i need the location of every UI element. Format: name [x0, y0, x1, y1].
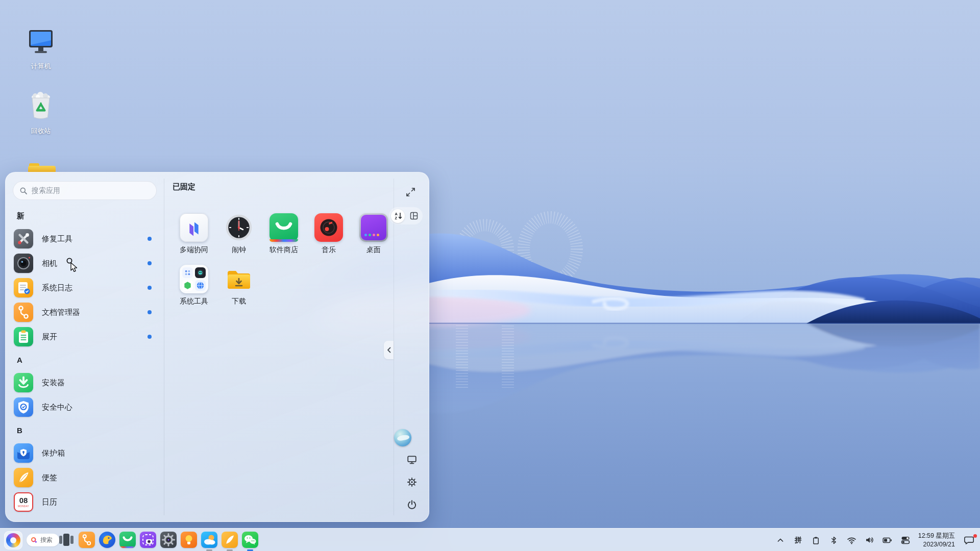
app-row-camera[interactable]: 相机 — [6, 251, 164, 276]
tray-expand-icon — [776, 536, 785, 544]
pinned-app-system-tools[interactable]: 系统工具 — [172, 265, 216, 306]
taskbar-app-sticky-notes[interactable] — [221, 531, 238, 549]
wifi-icon — [847, 536, 856, 544]
taskbar-app-app-store[interactable] — [119, 531, 136, 549]
system-tray: 拼 — [775, 529, 976, 551]
alarm-clock-icon — [225, 213, 253, 242]
pinned-app-label: 桌面 — [351, 245, 396, 255]
calendar-icon: 08 MONDAY — [14, 492, 33, 512]
battery-icon — [883, 537, 892, 544]
clipboard-icon — [812, 536, 820, 545]
taskbar-clock[interactable]: 12:59 星期五 2023/09/21 — [918, 532, 955, 549]
input-method-indicator[interactable]: 拼 — [793, 534, 803, 546]
app-store-icon — [270, 213, 298, 242]
section-header-b: B — [6, 419, 164, 441]
pinned-section-title: 已固定 — [173, 182, 195, 192]
app-row-expand[interactable]: 展开 — [6, 324, 164, 349]
taskbar-app-document-manager[interactable] — [78, 531, 95, 549]
pinned-app-desktop[interactable]: 桌面 — [351, 213, 396, 255]
desktop-icon-computer[interactable]: 计算机 — [17, 28, 64, 71]
system-log-icon — [14, 278, 33, 297]
app-label: 系统日志 — [42, 283, 72, 293]
app-label: 安全中心 — [42, 403, 72, 412]
app-row-sticky-notes[interactable]: 便签 — [6, 465, 164, 490]
bluetooth-icon — [830, 536, 838, 545]
notification-center-button[interactable] — [963, 534, 976, 546]
display-switch-button[interactable] — [405, 453, 419, 467]
app-label: 安装器 — [42, 378, 65, 388]
taskbar-search-button[interactable]: 搜索 — [27, 534, 59, 546]
app-label: 便签 — [42, 473, 57, 483]
calendar-day: 08 — [19, 496, 28, 504]
pinned-app-app-store[interactable]: 软件商店 — [261, 213, 306, 255]
app-label: 修复工具 — [42, 234, 72, 244]
collapse-chevron-icon — [386, 346, 392, 354]
settings-button[interactable] — [405, 475, 419, 489]
music-icon — [314, 213, 343, 242]
screenshot-tool-icon — [140, 532, 156, 548]
search-placeholder: 搜索应用 — [32, 186, 60, 195]
app-row-system-log[interactable]: 系统日志 — [6, 276, 164, 300]
pinned-app-music[interactable]: 音乐 — [306, 213, 351, 255]
taskbar-app-tips[interactable] — [180, 531, 197, 549]
taskbar-app-settings[interactable] — [160, 531, 177, 549]
wifi-tray-button[interactable] — [847, 534, 857, 546]
mouse-cursor — [65, 257, 80, 275]
pinned-app-multi-device[interactable]: 多端协同 — [172, 213, 216, 255]
document-manager-icon — [79, 532, 95, 548]
clipboard-tray-button[interactable] — [811, 534, 821, 546]
app-label: 保护箱 — [42, 448, 65, 458]
document-manager-icon — [14, 303, 33, 322]
search-icon — [31, 537, 38, 544]
launcher-panel: 搜索应用 A Z 新 修复工具 — [5, 172, 429, 522]
wechat-icon — [242, 532, 258, 548]
clock-time: 12:59 星期五 — [918, 532, 955, 540]
app-label: 相机 — [42, 259, 57, 268]
settings-gear-icon — [407, 477, 417, 487]
search-icon — [19, 187, 28, 195]
battery-tray-button[interactable] — [883, 534, 893, 546]
pinned-app-downloads[interactable]: 下载 — [216, 265, 261, 306]
pinned-app-label: 下载 — [216, 297, 261, 306]
system-settings-icon — [160, 532, 177, 548]
volume-tray-button[interactable] — [865, 534, 875, 546]
desktop-app-icon — [359, 213, 388, 242]
taskbar-app-weather[interactable] — [201, 531, 217, 549]
new-badge — [148, 335, 152, 339]
recycle-bin-icon — [26, 91, 56, 121]
app-row-vault[interactable]: 保护箱 — [6, 441, 164, 465]
new-badge — [148, 237, 152, 241]
pinned-app-label: 音乐 — [306, 245, 351, 255]
user-avatar[interactable] — [394, 429, 411, 446]
repair-tool-icon — [14, 229, 33, 248]
app-row-calendar[interactable]: 08 MONDAY 日历 — [6, 490, 164, 514]
taskbar-app-multitasking[interactable] — [58, 531, 75, 549]
section-header-a: A — [6, 349, 164, 370]
taskbar-app-browser[interactable] — [99, 531, 115, 549]
app-row-document-manager[interactable]: 文档管理器 — [6, 300, 164, 324]
collapse-panel-button[interactable] — [384, 341, 394, 359]
taskbar: 搜索 — [0, 528, 980, 551]
app-store-icon — [119, 532, 136, 548]
app-row-security-center[interactable]: 安全中心 — [6, 395, 164, 419]
computer-icon — [26, 28, 56, 57]
desktop-icon-recycle-bin[interactable]: 回收站 — [17, 91, 64, 136]
taskbar-app-screenshot[interactable] — [139, 531, 156, 549]
launcher-button[interactable] — [4, 531, 22, 549]
search-input[interactable]: 搜索应用 — [13, 181, 157, 200]
pinned-app-alarm-clock[interactable]: 闹钟 — [216, 213, 261, 255]
display-switch-icon — [407, 455, 417, 465]
bluetooth-tray-button[interactable] — [829, 534, 839, 546]
weather-icon — [201, 532, 217, 548]
toggles-tray-button[interactable] — [900, 534, 911, 546]
sticky-notes-icon — [14, 468, 33, 487]
app-row-installer[interactable]: 安装器 — [6, 370, 164, 395]
app-list: 新 修复工具 相机 系统日志 — [6, 205, 164, 514]
tray-expand-button[interactable] — [775, 534, 786, 546]
taskbar-app-wechat[interactable] — [241, 531, 258, 549]
downloads-folder-icon — [225, 265, 253, 293]
app-row-repair-tool[interactable]: 修复工具 — [6, 227, 164, 251]
power-button[interactable] — [405, 497, 419, 512]
calendar-weekday: MONDAY — [18, 505, 29, 508]
input-method-badge: 拼 — [795, 536, 802, 545]
